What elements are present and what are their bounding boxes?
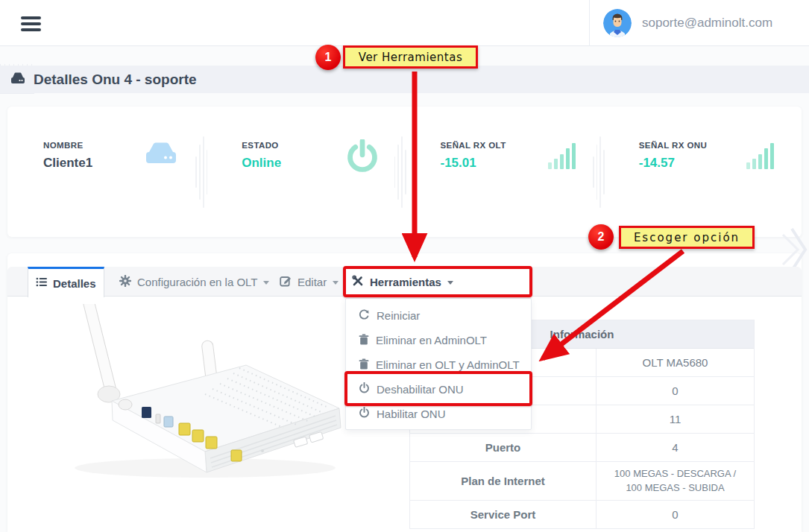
tab-label: Herramientas <box>370 276 441 288</box>
stat-nombre: NOMBRE Cliente1 <box>7 107 206 237</box>
tab-configuracion-olt[interactable]: Configuración en la OLT <box>112 267 277 297</box>
trash-icon <box>359 358 369 372</box>
page-title-bar: Detalles Onu 4 - soporte <box>0 66 809 93</box>
power-icon <box>345 139 380 178</box>
menu-item-label: Eliminar en AdminOLT <box>376 334 487 346</box>
stat-value: Cliente1 <box>43 156 206 171</box>
menu-item-label: Eliminar en OLT y AdminOLT <box>376 358 520 371</box>
signal-bars-icon <box>545 139 578 175</box>
stat-label: ESTADO <box>242 141 404 150</box>
chevron-down-icon <box>333 281 339 285</box>
table-row: Service Port 0 <box>410 501 754 529</box>
herramientas-dropdown-menu: Reiniciar Eliminar en AdminOLT Elimina <box>345 298 532 430</box>
top-navbar: soporte@adminolt.com <box>0 0 809 46</box>
tab-label: Detalles <box>53 277 96 290</box>
tab-editar[interactable]: Editar <box>272 267 346 297</box>
row-value: 0 <box>596 377 754 405</box>
tab-label: Configuración en la OLT <box>137 276 257 288</box>
row-value: 4 <box>596 434 754 461</box>
gear-icon <box>119 275 131 289</box>
row-label: Plan de Internet <box>410 462 596 500</box>
power-icon <box>359 407 370 421</box>
stat-label: NOMBRE <box>43 141 206 150</box>
tab-detalles[interactable]: Detalles <box>28 267 104 297</box>
user-avatar <box>603 9 632 37</box>
stat-value: -15.01 <box>441 156 603 171</box>
chevron-down-icon <box>263 281 269 285</box>
refresh-icon <box>359 309 370 323</box>
row-value: 100 MEGAS - DESCARGA / 100 MEGAS - SUBID… <box>596 462 754 500</box>
adminolt-page: soporte@adminolt.com Detalles Onu 4 - so… <box>0 0 809 532</box>
row-label: Puerto <box>410 434 596 461</box>
onu-icon <box>142 139 180 172</box>
row-value: 0 <box>596 501 754 528</box>
tab-herramientas[interactable]: Herramientas <box>344 267 532 297</box>
menu-item-label: Deshabilitar ONU <box>377 383 464 396</box>
page-title: Detalles Onu 4 - soporte <box>34 72 197 88</box>
stat-label: SEÑAL RX OLT <box>441 141 603 150</box>
menu-item-label: Habilitar ONU <box>377 408 446 420</box>
user-email: soporte@adminolt.com <box>642 16 772 31</box>
tools-icon <box>352 275 364 289</box>
menu-item-eliminar-olt-adminolt[interactable]: Eliminar en OLT y AdminOLT <box>346 352 531 377</box>
user-menu[interactable]: soporte@adminolt.com <box>589 0 809 46</box>
stat-value: -14.57 <box>639 156 802 171</box>
menu-item-habilitar-onu[interactable]: Habilitar ONU <box>346 402 531 426</box>
chevron-down-icon <box>447 281 453 285</box>
stat-value: Online <box>242 156 404 171</box>
annotation-step-2-label: Escoger opción <box>619 226 755 249</box>
table-row: Plan de Internet 100 MEGAS - DESCARGA / … <box>410 462 754 501</box>
row-value: 11 <box>596 405 754 433</box>
signal-bars-icon <box>743 139 776 175</box>
annotation-step-1-label: Ver Herramientas <box>343 45 478 69</box>
stat-senal-rx-olt: SEÑAL RX OLT -15.01 <box>405 107 603 237</box>
table-row: Puerto 4 <box>410 434 754 462</box>
menu-item-reiniciar[interactable]: Reiniciar <box>346 303 531 328</box>
power-icon <box>359 382 370 396</box>
onu-status-card: NOMBRE Cliente1 ESTADO Online <box>7 107 802 237</box>
row-label: Service Port <box>410 501 596 528</box>
onu-router-image <box>22 304 350 490</box>
onu-icon <box>10 72 26 88</box>
stat-label: SEÑAL RX ONU <box>639 141 802 150</box>
tab-bar: Detalles Configuración en la OLT <box>7 267 802 297</box>
list-icon <box>36 276 47 290</box>
annotation-step-2-badge: 2 <box>588 224 614 250</box>
row-value: OLT MA5680 <box>596 349 754 376</box>
hamburger-menu-icon[interactable] <box>21 16 41 31</box>
stat-estado: ESTADO Online <box>206 107 404 237</box>
menu-item-eliminar-adminolt[interactable]: Eliminar en AdminOLT <box>346 328 531 352</box>
trash-icon <box>359 334 369 347</box>
tab-label: Editar <box>298 276 327 288</box>
stat-senal-rx-onu: SEÑAL RX ONU -14.57 <box>603 107 802 237</box>
menu-item-deshabilitar-onu[interactable]: Deshabilitar ONU <box>346 377 531 402</box>
annotation-step-1-badge: 1 <box>315 45 341 70</box>
menu-item-label: Reiniciar <box>377 309 420 322</box>
edit-icon <box>280 275 292 289</box>
